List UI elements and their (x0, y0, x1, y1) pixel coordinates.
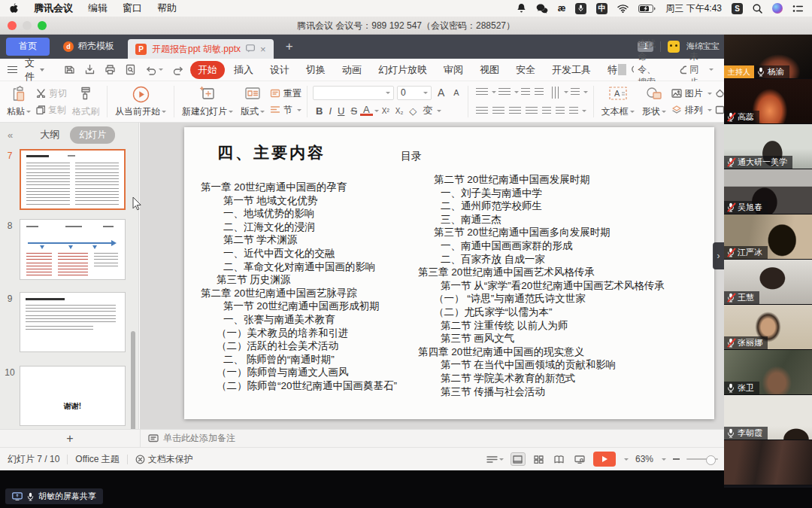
slide-thumbnail-9[interactable]: 9 (0, 292, 139, 352)
outdent-icon[interactable] (521, 88, 530, 97)
layout-button[interactable]: 版式 (237, 84, 268, 120)
align-right-icon[interactable] (509, 107, 521, 116)
participant-video[interactable] (724, 440, 812, 485)
ribbon-tab[interactable]: 插入 (226, 61, 261, 79)
ribbon-tab[interactable]: 设计 (262, 61, 297, 79)
tab-slides[interactable]: 幻灯片 (70, 126, 115, 144)
paste-button[interactable]: 粘贴 (3, 84, 35, 120)
notification-bell-icon[interactable] (517, 2, 526, 14)
menubar-app-name[interactable]: 腾讯会议 (34, 2, 73, 15)
indent-icon[interactable] (535, 88, 544, 97)
spotlight-icon[interactable] (753, 2, 762, 14)
ribbon-tab[interactable]: 审阅 (436, 61, 471, 79)
wifi-icon[interactable] (617, 2, 629, 14)
tab-document[interactable]: P 开题报告ppt 胡敏.pptx × (128, 39, 274, 59)
theme-label[interactable]: Office 主题 (75, 453, 119, 466)
input-method-icon[interactable]: 中 (596, 3, 607, 14)
subscript-button[interactable]: X₂ (392, 107, 407, 115)
zoom-caret[interactable] (662, 458, 666, 461)
sidebar-collapse-chevron[interactable]: › (713, 242, 724, 269)
ribbon-tab[interactable]: 特 (600, 61, 628, 79)
menubar-clock[interactable]: 周三 下午4:43 (665, 2, 722, 15)
font-size-select[interactable]: 0 (397, 86, 432, 100)
change-case-button[interactable]: 变 (420, 104, 435, 117)
ribbon-tab[interactable]: 视图 (472, 61, 507, 79)
menu-edit[interactable]: 编辑 (88, 2, 108, 15)
section-button[interactable]: 节 (270, 104, 301, 117)
tab-docer[interactable]: d 稻壳模板 (56, 38, 122, 56)
zoom-out-icon[interactable] (673, 458, 680, 460)
slide-thumbnail-10[interactable]: 10 谢谢! (0, 366, 139, 426)
redo-icon[interactable] (172, 65, 184, 75)
ribbon-tab[interactable]: 切换 (298, 61, 333, 79)
document-protection-status[interactable]: 文档未保护 (135, 453, 193, 466)
tab-outline[interactable]: 大纲 (40, 128, 59, 141)
file-menu[interactable]: 文件 (25, 56, 35, 84)
new-tab-button[interactable]: + (280, 39, 299, 54)
play-options-caret[interactable] (624, 458, 629, 461)
italic-button[interactable]: I (326, 105, 335, 117)
undo-icon[interactable] (145, 65, 163, 75)
picture-button[interactable]: 图片 (671, 87, 712, 100)
zoom-level-label[interactable]: 63% (635, 454, 653, 464)
bold-button[interactable]: B (313, 105, 326, 117)
text-direction-icon[interactable] (550, 87, 559, 99)
presenter-view-button[interactable] (573, 453, 586, 465)
play-from-current-button[interactable]: 从当前开始 (111, 84, 170, 120)
font-name-select[interactable] (313, 86, 394, 100)
battery-icon[interactable] (638, 2, 656, 14)
bullets-icon[interactable] (476, 88, 488, 97)
strikethrough-button[interactable]: S (347, 105, 360, 117)
clear-format-button[interactable]: ◇ (406, 105, 420, 117)
sogou-icon[interactable]: S (732, 3, 743, 14)
cut-button[interactable]: 剪切 (36, 87, 67, 100)
normal-view-button[interactable] (511, 452, 526, 466)
copy-button[interactable]: 复制 (36, 104, 67, 117)
notes-toggle-button[interactable] (486, 455, 504, 464)
slide-canvas[interactable]: 四、主要内容 目录 第一章 20世纪南通中国画的孕育第一节 地域文化优势一、地域… (140, 123, 726, 429)
screen-share-banner[interactable]: 胡敏的屏幕共享 (5, 488, 103, 504)
slideshow-play-button[interactable] (593, 452, 616, 467)
menu-window[interactable]: 窗口 (123, 2, 142, 15)
save-icon[interactable] (64, 64, 75, 75)
main-menu-icon[interactable] (8, 66, 17, 74)
slide-sorter-view-button[interactable] (532, 453, 546, 465)
menu-help[interactable]: 帮助 (157, 2, 177, 15)
tab-comment-icon[interactable] (246, 44, 255, 54)
font-color-button[interactable]: A (360, 105, 373, 116)
ribbon-tab[interactable]: 动画 (335, 61, 369, 79)
tab-close-icon[interactable]: × (260, 44, 266, 55)
zoom-slider[interactable] (686, 458, 718, 460)
underline-button[interactable]: U (335, 105, 347, 117)
zoom-slider-knob[interactable] (706, 455, 716, 465)
participant-video[interactable]: 通大研一美学 (724, 124, 812, 169)
shrink-font-button[interactable]: A (450, 88, 462, 97)
reset-button[interactable]: 重置 (270, 87, 301, 100)
grow-font-button[interactable]: A (435, 87, 447, 99)
notes-placeholder-bar[interactable]: 单击此处添加备注 (141, 432, 235, 445)
format-painter-button[interactable]: 格式刷 (68, 84, 103, 120)
siri-icon[interactable] (772, 3, 783, 14)
distribute-icon[interactable] (542, 107, 551, 116)
new-slide-button[interactable]: 新建幻灯片 (178, 84, 237, 120)
apple-logo-icon[interactable] (9, 2, 19, 14)
ribbon-tab[interactable]: 开始 (190, 61, 225, 79)
dictation-icon[interactable] (575, 3, 586, 14)
collapse-panel-button[interactable]: « (8, 129, 13, 141)
slide-thumbnail-7[interactable]: 7 (0, 149, 139, 210)
print-icon[interactable] (105, 64, 116, 75)
notification-center-icon[interactable] (792, 2, 803, 14)
align-left-icon[interactable] (476, 107, 488, 116)
line-spacing-icon[interactable] (556, 107, 565, 116)
ae-input-icon[interactable]: æ (558, 3, 566, 14)
ribbon-tab[interactable]: 幻灯片放映 (371, 61, 435, 79)
align-center-icon[interactable] (492, 107, 504, 116)
columns-icon[interactable] (571, 88, 580, 97)
participant-video[interactable]: 张丽娜 (724, 305, 812, 350)
ribbon-tab[interactable]: 开发工具 (544, 61, 598, 79)
output-icon[interactable] (84, 64, 95, 75)
textbox-button[interactable]: A 文本框 (598, 84, 638, 120)
reading-view-button[interactable] (553, 453, 566, 465)
tab-home[interactable]: 首页 (6, 38, 50, 56)
participant-video[interactable]: 高蕊 (724, 79, 812, 124)
